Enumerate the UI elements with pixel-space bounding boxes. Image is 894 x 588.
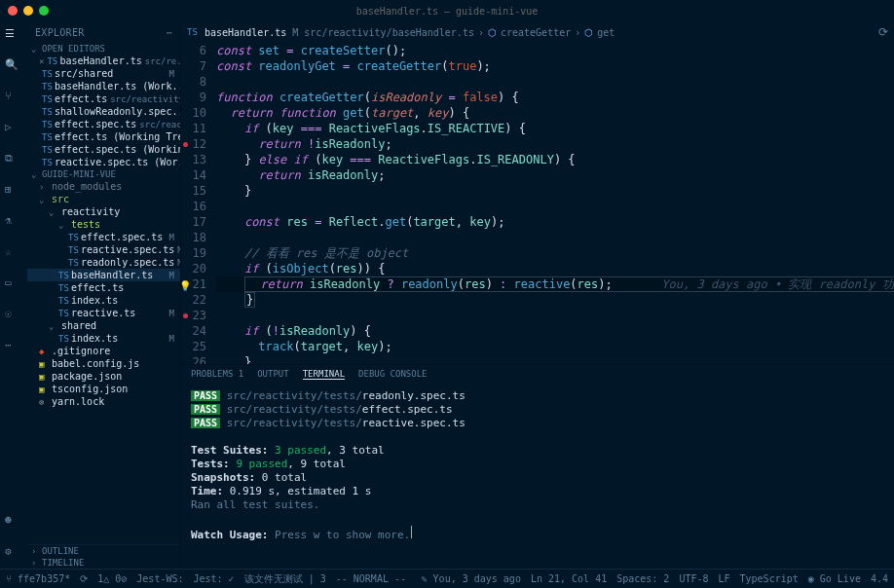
file-tree: ›node_modules⌄src⌄reactivity⌄testsTSeffe… — [27, 180, 180, 544]
open-editor-item[interactable]: TSsrc/shared M — [27, 67, 180, 80]
folder-item[interactable]: ⌄shared — [27, 319, 180, 332]
open-editor-item[interactable]: ×TSbaseHandler.ts src/re...M — [27, 55, 180, 67]
open-editor-item[interactable]: TSeffect.ts (Working Tree) M — [27, 130, 180, 143]
file-item[interactable]: TSindex.tsM — [27, 332, 180, 345]
explorer-label: EXPLORER — [35, 27, 85, 38]
file-item[interactable]: TSbaseHandler.tsM — [27, 269, 180, 281]
ts-icon: TS — [187, 27, 197, 37]
outline-label: OUTLINE — [42, 546, 79, 556]
breadcrumb[interactable]: src/reactivity/baseHandler.ts › ⬡createG… — [304, 27, 615, 38]
panel-tab-output[interactable]: OUTPUT — [257, 369, 289, 380]
maximize-window[interactable] — [39, 6, 49, 16]
file-item[interactable]: ▣babel.config.js — [27, 357, 180, 370]
misc-icon[interactable]: ⋯ — [5, 339, 22, 356]
panel-tabs: PROBLEMS 1OUTPUTTERMINALDEBUG CONSOLE — [181, 365, 894, 384]
window-title: baseHandler.ts — guide-mini-vue — [356, 6, 539, 17]
terminal-output[interactable]: PASS src/reactivity/tests/readonly.spec.… — [181, 384, 894, 569]
titlebar: baseHandler.ts — guide-mini-vue — [0, 0, 894, 21]
git-branch[interactable]: ⑂ ffe7b357* — [6, 573, 70, 584]
file-item[interactable]: ⊗yarn.lock — [27, 395, 180, 408]
jest-ws[interactable]: Jest-WS: — [136, 573, 183, 584]
open-editor-item[interactable]: TSreactive.spec.ts (Wor... M — [27, 156, 180, 168]
explorer-icon[interactable]: ☰ — [5, 27, 22, 45]
open-editors-label: OPEN EDITORS — [42, 44, 105, 54]
breadcrumb-fn1: createGetter — [501, 27, 571, 38]
encoding-status[interactable]: UTF-8 — [679, 573, 708, 584]
project-label: GUIDE-MINI-VUE — [42, 169, 116, 179]
timeline-header[interactable]: ›TIMELINE — [27, 557, 180, 569]
line-gutter: 6789101112131415161718192021💡2223242526 — [181, 43, 216, 364]
open-editor-item[interactable]: TSeffect.spec.ts src/reactivity...M — [27, 118, 180, 130]
debug-icon[interactable]: ▷ — [5, 121, 22, 138]
folder-icon[interactable]: ▭ — [5, 276, 22, 294]
editor-tabs: TS baseHandler.ts M src/reactivity/baseH… — [181, 21, 894, 43]
open-editor-item[interactable]: TSbaseHandler.ts (Work... — [27, 80, 180, 92]
sidebar-header: EXPLORER ⋯ — [27, 21, 180, 43]
breadcrumb-path: src/reactivity/baseHandler.ts — [304, 27, 474, 38]
file-item[interactable]: TSreadonly.spec.tsM — [27, 256, 180, 269]
minimize-window[interactable] — [23, 6, 33, 16]
file-item[interactable]: ▣tsconfig.json — [27, 383, 180, 395]
panel-tab-problems[interactable]: PROBLEMS 1 — [191, 369, 243, 380]
code-area[interactable]: 6789101112131415161718192021💡2223242526 … — [181, 43, 894, 364]
bookmarks-icon[interactable]: ☆ — [5, 245, 22, 263]
file-item[interactable]: TSeffect.spec.tsM — [27, 231, 180, 243]
outline-header[interactable]: ›OUTLINE — [27, 545, 180, 557]
panel-tab-terminal[interactable]: TERMINAL — [303, 369, 345, 380]
statusbar: ⑂ ffe7b357* ⟳ 1△ 0⊘ Jest-WS: Jest: ✓ 该文件… — [0, 569, 894, 588]
file-item[interactable]: TSreactive.tsM — [27, 307, 180, 319]
vim-mode: -- NORMAL -- — [336, 573, 406, 584]
settings-icon[interactable]: ⚙ — [5, 545, 22, 563]
file-item[interactable]: ◆.gitignore — [27, 345, 180, 357]
cursor-position[interactable]: Ln 21, Col 41 — [531, 573, 607, 584]
more-icon[interactable]: ⋯ — [167, 27, 172, 38]
sync-icon[interactable]: ⟳ — [80, 573, 88, 584]
panel-tab-debug console[interactable]: DEBUG CONSOLE — [358, 369, 427, 380]
folder-item[interactable]: ⌄tests — [27, 218, 180, 231]
close-window[interactable] — [8, 6, 18, 16]
typescript-version[interactable]: 4.4 — [871, 573, 888, 584]
source-control-icon[interactable]: ⑂ — [5, 90, 22, 107]
blame-status[interactable]: ✎ You, 3 days ago — [422, 573, 521, 584]
accounts-icon[interactable]: ☻ — [5, 514, 22, 532]
go-live[interactable]: ◉ Go Live — [808, 573, 861, 584]
open-editors-list: ×TSbaseHandler.ts src/re...MTSsrc/shared… — [27, 55, 180, 168]
file-item[interactable]: TSindex.ts — [27, 294, 180, 307]
language-status[interactable]: TypeScript — [740, 573, 799, 584]
breadcrumb-fn2: get — [597, 27, 615, 38]
extensions-icon[interactable]: ⊞ — [5, 183, 22, 201]
indent-status[interactable]: Spaces: 2 — [616, 573, 669, 584]
remote-icon[interactable]: ⧉ — [5, 152, 22, 169]
folder-item[interactable]: ⌄src — [27, 193, 180, 205]
activity-bar: ☰ 🔍 ⑂ ▷ ⧉ ⊞ ⚗ ☆ ▭ ☉ ⋯ ☻ ⚙ — [0, 21, 27, 569]
editor-group: TS baseHandler.ts M src/reactivity/baseH… — [181, 21, 894, 569]
bottom-panel: PROBLEMS 1OUTPUTTERMINALDEBUG CONSOLE PA… — [181, 364, 894, 569]
hint-icon[interactable]: ☉ — [5, 308, 22, 325]
project-header[interactable]: ⌄GUIDE-MINI-VUE — [27, 168, 180, 180]
open-editor-item[interactable]: TSshallowReadonly.spec... 1 — [27, 105, 180, 118]
jest-status[interactable]: Jest: ✓ — [194, 573, 235, 584]
file-item[interactable]: TSreactive.spec.tsM — [27, 243, 180, 256]
eol-status[interactable]: LF — [718, 573, 729, 584]
search-icon[interactable]: 🔍 — [5, 58, 22, 76]
open-editors-header[interactable]: ⌄OPEN EDITORS — [27, 43, 180, 55]
problems-status[interactable]: 1△ 0⊘ — [97, 573, 127, 584]
reload-icon[interactable]: ⟳ — [878, 25, 888, 39]
file-item[interactable]: ▣package.json — [27, 370, 180, 383]
sidebar: EXPLORER ⋯ ⌄OPEN EDITORS ×TSbaseHandler.… — [27, 21, 181, 569]
folder-item[interactable]: ›node_modules — [27, 180, 180, 193]
timeline-label: TIMELINE — [42, 558, 84, 568]
file-item[interactable]: TSeffect.ts — [27, 281, 180, 294]
tab-modified: M — [292, 27, 298, 38]
folder-item[interactable]: ⌄reactivity — [27, 205, 180, 218]
window-controls — [8, 6, 49, 16]
testing-icon[interactable]: ⚗ — [5, 214, 22, 232]
open-editor-item[interactable]: TSeffect.spec.ts (Working Tr... — [27, 143, 180, 156]
tab-filename[interactable]: baseHandler.ts — [205, 27, 286, 38]
open-editor-item[interactable]: TSeffect.ts src/reactivity — [27, 92, 180, 105]
code-lines[interactable]: const set = createSetter();const readonl… — [216, 43, 894, 364]
jest-detail[interactable]: 该文件无测试 | 3 — [244, 572, 326, 586]
